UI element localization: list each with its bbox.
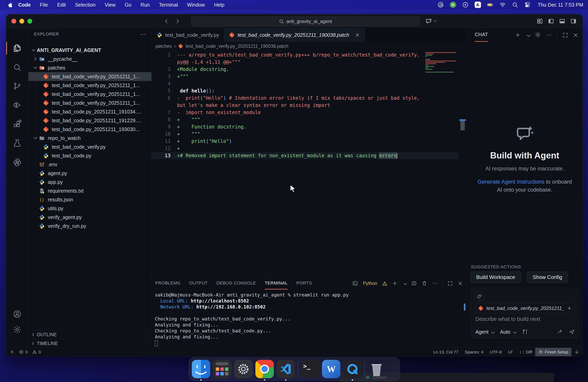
status-bell-icon[interactable] bbox=[571, 348, 583, 356]
tree-item--pycache-[interactable]: __pycache__ bbox=[28, 55, 151, 63]
chat-input-placeholder[interactable]: Describe what to build next bbox=[475, 316, 540, 322]
send-icon[interactable] bbox=[569, 329, 575, 335]
shell-label[interactable]: Python bbox=[363, 281, 377, 286]
maximize-panel-button[interactable] bbox=[447, 281, 453, 286]
toggle-primary-sidebar-button[interactable] bbox=[548, 18, 554, 24]
menu-item-go[interactable]: Go bbox=[120, 2, 136, 8]
play-circle-icon[interactable] bbox=[462, 1, 469, 8]
code-line-1[interactable]: 1--- a/repo_to_watch/test_bad_code_verif… bbox=[152, 51, 459, 58]
tree-item-patches[interactable]: patches bbox=[28, 63, 151, 72]
assistant-icon[interactable]: A bbox=[475, 1, 481, 8]
chat-more-icon[interactable] bbox=[546, 32, 552, 38]
chat-close-icon[interactable] bbox=[573, 32, 578, 37]
activity-item-extensions[interactable] bbox=[6, 116, 28, 132]
tab-chat[interactable]: CHAT bbox=[475, 28, 488, 42]
panel-tab-terminal[interactable]: TERMINAL bbox=[265, 277, 287, 289]
kill-terminal-button[interactable] bbox=[421, 281, 427, 286]
menu-item-selection[interactable]: Selection bbox=[70, 2, 100, 8]
menu-item-code[interactable]: Code bbox=[14, 2, 35, 8]
code-line-wrap[interactable]: py@@ -1,4 +1,11 @@+""" bbox=[152, 58, 459, 66]
terminal-output[interactable]: sakib@Najmuss-MacBook-Air anti_gravity_a… bbox=[155, 292, 461, 346]
close-panel-button[interactable] bbox=[457, 281, 462, 286]
status-diff[interactable]: { }Diff bbox=[516, 348, 535, 356]
tree-item-verify-dry-run-py[interactable]: verify_dry_run.py bbox=[28, 222, 151, 230]
attached-file-chip[interactable]: test_bad_code_verify.py_20251211_190( + bbox=[475, 303, 574, 313]
tree-item--env[interactable]: .env bbox=[28, 160, 151, 169]
activity-item-run-debug[interactable] bbox=[6, 97, 28, 113]
code-line-2[interactable]: 2+Module docstring. bbox=[152, 66, 459, 73]
close-window-button[interactable] bbox=[11, 19, 16, 24]
dock-item-word[interactable]: W bbox=[322, 360, 340, 378]
chat-input-box[interactable]: test_bad_code_verify.py_20251211_190( + … bbox=[470, 288, 579, 338]
code-line-3[interactable]: 3+""" bbox=[152, 73, 459, 80]
chat-maximize-icon[interactable] bbox=[562, 32, 567, 37]
tree-item-utils-py[interactable]: utils.py bbox=[28, 204, 151, 213]
activity-item-search[interactable] bbox=[6, 60, 28, 75]
new-chat-button[interactable] bbox=[515, 32, 520, 38]
code-line-4[interactable]: 4 bbox=[152, 80, 459, 87]
dock-item-vscode[interactable] bbox=[277, 360, 295, 378]
new-terminal-button[interactable] bbox=[392, 281, 398, 286]
tree-item-test-bad-code-verify-py-20251211-1-[interactable]: test_bad_code_verify.py_20251211_1... bbox=[28, 72, 151, 81]
panel-tab-ports[interactable]: PORTS bbox=[296, 277, 312, 289]
tree-root[interactable]: ANTI_GRAVITY_AI_AGENT bbox=[28, 46, 151, 55]
menu-item-view[interactable]: View bbox=[100, 2, 120, 8]
outline-section[interactable]: OUTLINE bbox=[28, 330, 151, 339]
tree-item-app-py[interactable]: app.py bbox=[28, 178, 151, 186]
dock-item-quicktime[interactable] bbox=[343, 360, 362, 378]
status-lf[interactable]: LF bbox=[505, 348, 516, 356]
breadcrumb[interactable]: patches›test_bad_code_verify.py_20251211… bbox=[152, 42, 467, 51]
nordvpn-icon[interactable]: N bbox=[450, 1, 456, 8]
editor-tab-inactive[interactable]: test_bad_code_verify.py bbox=[152, 28, 224, 42]
zoom-window-button[interactable] bbox=[27, 19, 32, 24]
breadcrumb-folder[interactable]: patches bbox=[156, 43, 172, 49]
tree-item-agent-py[interactable]: agent.py bbox=[28, 169, 151, 178]
dock-item-finder[interactable] bbox=[192, 360, 210, 378]
back-button[interactable] bbox=[163, 18, 169, 24]
timeline-section[interactable]: TIMELINE bbox=[28, 339, 151, 348]
model-dropdown[interactable]: Auto bbox=[500, 329, 516, 335]
chevron-down-icon[interactable] bbox=[525, 33, 530, 37]
tree-item-verify-agent-py[interactable]: verify_agent.py bbox=[28, 213, 151, 222]
activity-item-testing[interactable] bbox=[6, 135, 28, 151]
customize-layout-button[interactable] bbox=[537, 18, 543, 24]
code-line-9[interactable]: 9+ Function docstring. bbox=[152, 123, 459, 131]
control-center-icon[interactable] bbox=[524, 1, 531, 8]
minimize-window-button[interactable] bbox=[20, 19, 24, 24]
menu-bar-clock[interactable]: Thu Dec 11 7:53 PM bbox=[538, 2, 583, 8]
toggle-secondary-sidebar-button[interactable] bbox=[570, 18, 577, 24]
tree-item-test-bad-code-py-20251211-191229-[interactable]: test_bad_code.py_20251211_191229.... bbox=[28, 116, 151, 125]
redo-arrow-icon[interactable] bbox=[557, 329, 563, 335]
code-line-11[interactable]: 11+ print("Hello") bbox=[152, 138, 459, 145]
activity-item-settings[interactable] bbox=[6, 322, 28, 337]
menu-item-file[interactable]: File bbox=[35, 2, 53, 8]
toggle-panel-button[interactable] bbox=[559, 18, 566, 24]
status-finish-setup[interactable]: Finish Setup bbox=[535, 348, 571, 356]
panel-tab-output[interactable]: OUTPUT bbox=[189, 277, 208, 289]
dock-item-chrome[interactable] bbox=[255, 360, 274, 378]
status-ln-13-col-77[interactable]: Ln 13, Col 77 bbox=[430, 348, 462, 356]
tree-item-test-bad-code-verify-py[interactable]: test_bad_code_verify.py bbox=[28, 142, 151, 151]
editor-scrollbar-thumb[interactable] bbox=[461, 121, 465, 131]
tree-item-results-json[interactable]: {}results.json bbox=[28, 195, 151, 204]
activity-item-accounts[interactable] bbox=[6, 306, 28, 322]
command-center-search[interactable]: anti_gravity_ai_agent bbox=[191, 17, 420, 26]
chat-settings-icon[interactable] bbox=[535, 32, 541, 38]
paperclip-icon[interactable] bbox=[475, 292, 484, 301]
activity-item-source-control[interactable] bbox=[6, 78, 28, 94]
status-warning-icon[interactable]: 0 bbox=[32, 348, 41, 356]
toggle-chat-button[interactable] bbox=[425, 18, 437, 25]
panel-tab-debug-console[interactable]: DEBUG CONSOLE bbox=[216, 277, 256, 289]
status-spaces-4[interactable]: Spaces: 4 bbox=[462, 348, 487, 356]
code-line-wrap[interactable]: but let's make a clear syntax error or m… bbox=[152, 102, 459, 109]
chevron-down-icon[interactable] bbox=[402, 281, 406, 285]
tree-item-test-bad-code-py[interactable]: test_bad_code.py bbox=[28, 151, 151, 160]
code-line-7[interactable]: 7- import non_existent_module bbox=[152, 109, 459, 116]
status-error-circle-icon[interactable]: 0 bbox=[19, 348, 28, 356]
creative-cloud-icon[interactable] bbox=[437, 1, 444, 8]
editor-pane[interactable]: 1--- a/repo_to_watch/test_bad_code_verif… bbox=[152, 51, 467, 277]
tree-item-repo-to-watch[interactable]: repo_to_watch bbox=[28, 134, 151, 142]
spotlight-icon[interactable] bbox=[512, 1, 518, 8]
window-titlebar[interactable]: anti_gravity_ai_agent bbox=[6, 14, 583, 28]
apple-menu-icon[interactable] bbox=[8, 2, 14, 8]
